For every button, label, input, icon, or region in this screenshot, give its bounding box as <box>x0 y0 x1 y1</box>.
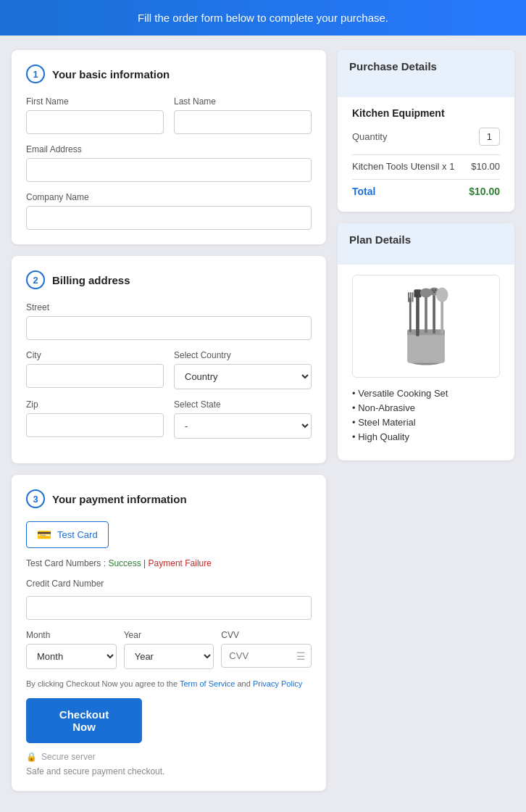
plan-details-header: Plan Details <box>338 223 514 265</box>
total-value: $10.00 <box>469 186 500 197</box>
month-group: Month Month 01020304 05060708 09101112 <box>26 630 117 669</box>
country-group: Select Country Country United States Uni… <box>174 350 312 389</box>
agreement-text: By clicking Checkout Now you agree to th… <box>26 679 312 688</box>
left-column: 1 Your basic information First Name Last… <box>12 50 326 791</box>
step-1-circle: 1 <box>26 65 45 83</box>
street-group: Street <box>26 302 312 340</box>
checkout-button[interactable]: Checkout Now <box>26 698 142 743</box>
state-select[interactable]: - Alabama California New York Texas <box>174 413 312 439</box>
card-icon: 💳 <box>37 528 51 542</box>
product-image <box>390 283 462 370</box>
zip-group: Zip <box>26 399 164 439</box>
first-name-group: First Name <box>26 96 164 134</box>
svg-point-11 <box>433 291 435 294</box>
billing-title: 2 Billing address <box>26 270 312 289</box>
quantity-row: Quantity 1 <box>352 128 500 146</box>
privacy-link[interactable]: Privacy Policy <box>253 679 302 688</box>
state-group: Select State - Alabama California New Yo… <box>174 399 312 439</box>
svg-rect-12 <box>409 297 412 332</box>
svg-rect-14 <box>410 292 412 302</box>
svg-rect-16 <box>441 299 443 334</box>
company-group: Company Name <box>26 192 312 230</box>
country-select[interactable]: Country United States United Kingdom Can… <box>174 364 312 389</box>
test-card-button[interactable]: 💳 Test Card <box>26 521 109 548</box>
quantity-value: 1 <box>479 128 500 146</box>
city-input[interactable] <box>26 364 164 388</box>
svg-rect-5 <box>425 296 427 333</box>
feature-item: High Quality <box>352 431 500 442</box>
total-label: Total <box>352 186 375 197</box>
failure-link[interactable]: Payment Failure <box>149 558 212 568</box>
basic-info-section: 1 Your basic information First Name Last… <box>12 50 326 244</box>
city-group: City <box>26 350 164 389</box>
last-name-input[interactable] <box>174 110 312 134</box>
country-label: Select Country <box>174 350 312 360</box>
svg-point-10 <box>435 289 437 291</box>
feature-item: Versatile Cooking Set <box>352 388 500 399</box>
banner-text: Fill the order form below to complete yo… <box>138 12 388 24</box>
email-group: Email Address <box>26 144 312 182</box>
test-card-note: Test Card Numbers : Success | Payment Fa… <box>26 558 312 568</box>
cc-number-input[interactable] <box>26 596 312 620</box>
city-label: City <box>26 350 164 360</box>
item-price: $10.00 <box>471 161 500 172</box>
product-name: Kitchen Equipment <box>352 107 500 119</box>
svg-rect-7 <box>433 295 435 334</box>
year-select[interactable]: Year 20242025202620272028 <box>124 644 214 669</box>
purchase-details-header: Purchase Details <box>338 50 514 97</box>
state-label: Select State <box>174 399 312 410</box>
company-label: Company Name <box>26 192 312 202</box>
email-label: Email Address <box>26 144 312 154</box>
safe-text: Safe and secure payment checkout. <box>26 766 312 776</box>
top-banner: Fill the order form below to complete yo… <box>0 0 526 36</box>
step-3-circle: 3 <box>26 489 45 508</box>
company-input[interactable] <box>26 206 312 230</box>
svg-rect-15 <box>412 292 414 302</box>
cvv-group: CVV ☰ <box>221 630 312 669</box>
zip-input[interactable] <box>26 413 164 437</box>
payment-title: 3 Your payment information <box>26 489 312 508</box>
month-select[interactable]: Month 01020304 05060708 09101112 <box>26 644 117 669</box>
payment-section: 3 Your payment information 💳 Test Card T… <box>12 475 326 791</box>
purchase-details-title: Purchase Details <box>349 60 503 80</box>
purchase-details-card: Purchase Details Kitchen Equipment Quant… <box>338 50 514 212</box>
total-row: Total $10.00 <box>352 186 500 197</box>
zip-label: Zip <box>26 399 164 410</box>
plan-details-title: Plan Details <box>349 233 503 246</box>
street-input[interactable] <box>26 316 312 340</box>
right-column: Purchase Details Kitchen Equipment Quant… <box>338 50 514 791</box>
svg-point-9 <box>432 289 434 291</box>
secure-row: 🔒 Secure server <box>26 752 312 762</box>
first-name-label: First Name <box>26 96 164 107</box>
year-label: Year <box>124 630 214 640</box>
quantity-label: Quantity <box>352 131 387 142</box>
last-name-group: Last Name <box>174 96 312 134</box>
features-list: Versatile Cooking Set Non-Abrasive Steel… <box>352 388 500 442</box>
cc-number-label: Credit Card Number <box>26 579 312 589</box>
secure-label: Secure server <box>41 752 96 762</box>
lock-icon: 🔒 <box>26 752 37 762</box>
email-input[interactable] <box>26 158 312 182</box>
cvv-label: CVV <box>221 630 312 640</box>
item-row: Kitchen Tools Utensil x 1 $10.00 <box>352 161 500 172</box>
svg-rect-3 <box>416 293 419 336</box>
plan-details-card: Plan Details <box>338 223 514 460</box>
svg-point-17 <box>436 287 448 302</box>
cc-number-group: Credit Card Number <box>26 579 312 620</box>
billing-section: 2 Billing address Street City Select Cou… <box>12 256 326 463</box>
product-image-container <box>352 275 500 378</box>
svg-rect-13 <box>408 292 409 302</box>
first-name-input[interactable] <box>26 110 164 134</box>
feature-item: Non-Abrasive <box>352 402 500 413</box>
cvv-icon: ☰ <box>296 650 306 662</box>
basic-info-title: 1 Your basic information <box>26 65 312 83</box>
test-card-label: Test Card <box>57 529 98 540</box>
terms-link[interactable]: Term of Service <box>180 679 235 688</box>
month-label: Month <box>26 630 117 640</box>
success-link[interactable]: Success <box>108 558 141 568</box>
step-2-circle: 2 <box>26 270 45 289</box>
last-name-label: Last Name <box>174 96 312 107</box>
street-label: Street <box>26 302 312 312</box>
year-group: Year Year 20242025202620272028 <box>124 630 214 669</box>
item-label: Kitchen Tools Utensil x 1 <box>352 161 454 172</box>
